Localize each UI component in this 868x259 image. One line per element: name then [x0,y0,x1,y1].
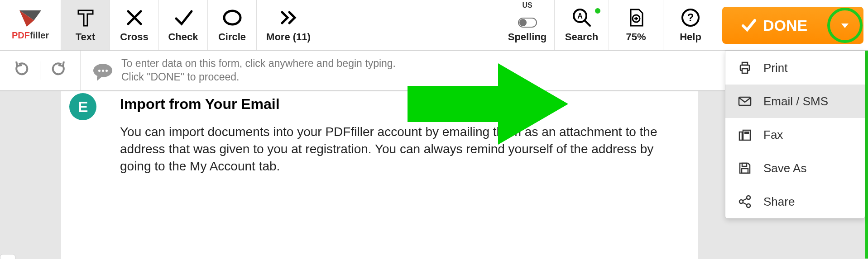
check-tool-label: Check [168,31,198,43]
doc-body-text: You can import documents into your PDFfi… [120,123,671,174]
svg-rect-14 [739,132,742,140]
menu-item-print[interactable]: Print [725,51,865,85]
search-button[interactable]: A Search [555,0,609,50]
circle-icon [222,8,242,28]
logo-icon [17,9,44,28]
help-button[interactable]: ? Help [663,0,718,50]
toggle-icon [518,18,537,28]
text-tool-label: Text [76,31,96,43]
share-icon [737,194,753,209]
menu-item-share[interactable]: Share [725,185,865,218]
menu-item-email-sms[interactable]: Email / SMS [725,85,865,118]
text-tool-button[interactable]: Text [61,0,110,50]
avatar: E [69,93,96,120]
svg-point-2 [224,11,240,24]
chevron-double-right-icon [278,8,298,28]
editing-tools: Text Cross Check Circle More (11) [61,0,320,50]
check-icon [173,8,193,28]
text-t-icon [76,8,96,28]
envelope-icon [737,94,753,109]
cross-tool-label: Cross [120,31,148,43]
top-toolbar: PDFfiller Text Cross Check Circle [0,0,868,51]
zoom-label: 75% [626,31,646,43]
cross-x-icon [125,8,144,28]
svg-text:A: A [577,12,583,20]
svg-rect-12 [742,69,748,73]
help-label: Help [680,31,701,43]
undo-button[interactable] [13,61,29,80]
speech-bubble-icon [93,64,112,77]
more-tools-button[interactable]: More (11) [257,0,320,50]
notification-dot-icon [595,8,600,14]
redo-button[interactable] [51,61,67,80]
doc-heading: Import from Your Email [120,96,671,113]
spelling-label: Spelling [508,31,547,43]
logo[interactable]: PDFfiller [0,0,61,50]
scroll-controls[interactable] [0,254,15,259]
svg-rect-11 [742,62,748,65]
menu-item-label: Email / SMS [763,94,828,108]
check-icon [741,18,757,33]
spelling-button[interactable]: US Spelling [500,0,555,50]
svg-marker-8 [841,24,849,28]
svg-rect-17 [742,163,747,166]
save-icon [737,160,753,176]
menu-item-label: Share [763,195,795,209]
spelling-lang-label: US [522,1,532,9]
check-tool-button[interactable]: Check [159,0,208,50]
undo-icon [13,61,29,78]
print-icon [737,60,753,75]
done-dropdown-toggle[interactable] [826,7,863,44]
divider [40,61,40,80]
menu-item-label: Save As [763,161,806,175]
circle-tool-label: Circle [218,31,246,43]
search-icon: A [572,8,592,28]
document-page[interactable]: E Import from Your Email You can import … [61,91,698,259]
logo-text: PDFfiller [12,30,49,41]
menu-item-label: Fax [763,128,783,142]
svg-text:?: ? [687,11,694,24]
help-icon: ? [681,8,700,28]
circle-tool-button[interactable]: Circle [208,0,257,50]
right-edge-decoration [865,51,868,259]
done-button[interactable]: DONE [722,7,826,44]
info-text: To enter data on this form, click anywhe… [121,57,396,84]
done-dropdown-menu: Print Email / SMS Fax Save As Share [725,51,865,219]
done-label: DONE [763,17,807,34]
more-tools-label: More (11) [266,31,311,43]
fax-icon [737,127,753,142]
menu-item-label: Print [763,61,787,75]
redo-icon [51,61,67,78]
zoom-document-icon [626,8,646,28]
svg-rect-18 [742,169,748,173]
cross-tool-button[interactable]: Cross [110,0,159,50]
zoom-button[interactable]: 75% [609,0,663,50]
search-label: Search [565,31,598,43]
svg-rect-16 [744,132,749,134]
history-controls [0,51,81,90]
caret-down-icon [839,20,850,31]
utility-tools: US Spelling A Search 75% ? Help [500,0,718,50]
menu-item-save-as[interactable]: Save As [725,151,865,185]
menu-item-fax[interactable]: Fax [725,118,865,151]
